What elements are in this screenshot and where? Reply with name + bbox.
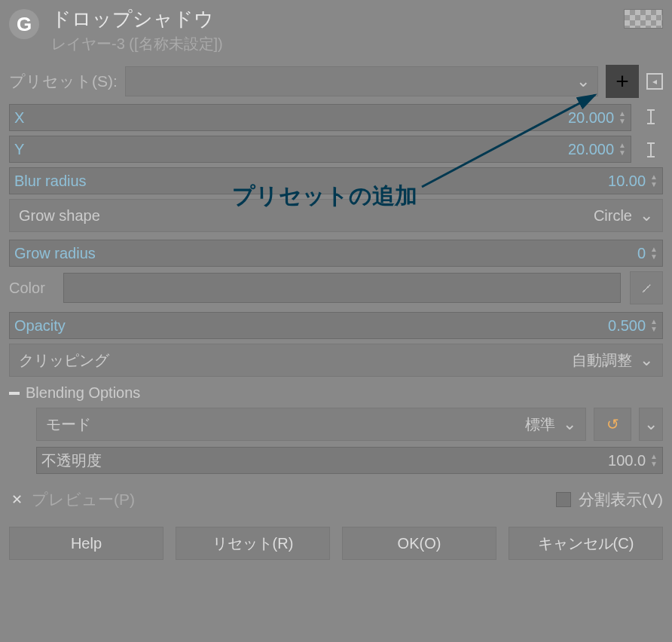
help-button[interactable]: Help: [9, 527, 163, 560]
blend-opacity-label: 不透明度: [41, 451, 102, 471]
blending-title: Blending Options: [26, 384, 140, 402]
blur-value: 10.00: [87, 173, 650, 190]
cancel-button[interactable]: キャンセル(C): [509, 527, 663, 560]
spinner-icon[interactable]: ▲▼: [650, 454, 658, 467]
x-value: 20.000: [24, 109, 619, 127]
spinner-icon[interactable]: ▲▼: [650, 174, 658, 188]
collapse-icon: [9, 392, 20, 395]
preset-dropdown[interactable]: ⌄: [125, 66, 598, 96]
blur-label: Blur radius: [14, 173, 87, 190]
x-label: X: [14, 109, 24, 127]
mode-reset-button[interactable]: ↺: [594, 408, 631, 441]
preset-label: プリセット(S):: [9, 71, 118, 92]
clipping-value: 自動調整: [572, 350, 632, 371]
gimp-icon: G: [9, 9, 39, 39]
y-label: Y: [14, 141, 24, 158]
eyedropper-icon: ⟋: [639, 280, 654, 297]
grow-radius-value: 0: [96, 245, 650, 262]
grow-shape-label: Grow shape: [19, 207, 594, 225]
ok-button[interactable]: OK(O): [342, 527, 496, 560]
color-swatch-button[interactable]: [63, 273, 621, 303]
mode-submenu-button[interactable]: ⌄: [639, 408, 663, 441]
spinner-icon[interactable]: ▲▼: [619, 142, 626, 156]
preview-checkbox[interactable]: ✕: [9, 492, 24, 507]
spinner-icon[interactable]: ▲▼: [650, 246, 658, 260]
spinner-icon[interactable]: ▲▼: [619, 111, 626, 124]
blending-options-expander[interactable]: Blending Options: [9, 384, 663, 402]
opacity-label: Opacity: [14, 317, 66, 335]
x-input[interactable]: X 20.000 ▲▼: [9, 104, 631, 131]
chevron-down-icon: ⌄: [576, 72, 590, 91]
chevron-down-icon: ⌄: [644, 414, 658, 434]
reset-icon: ↺: [606, 415, 619, 433]
clipping-dropdown[interactable]: クリッピング 自動調整 ⌄: [9, 344, 663, 377]
blend-opacity-value: 100.0: [102, 452, 650, 469]
blend-opacity-input[interactable]: 不透明度 100.0 ▲▼: [36, 447, 663, 474]
blend-mode-dropdown[interactable]: モード 標準 ⌄: [36, 408, 586, 441]
y-value: 20.000: [24, 141, 619, 158]
chain-link-button[interactable]: [639, 104, 663, 163]
preset-menu-button[interactable]: ◂: [646, 73, 663, 90]
chevron-down-icon: ⌄: [563, 414, 576, 434]
chevron-down-icon: ⌄: [640, 206, 653, 225]
grow-shape-value: Circle: [594, 207, 632, 225]
triangle-left-icon: ◂: [652, 76, 657, 87]
spinner-icon[interactable]: ▲▼: [650, 319, 658, 332]
opacity-input[interactable]: Opacity 0.500 ▲▼: [9, 312, 663, 339]
reset-button[interactable]: リセット(R): [176, 527, 330, 560]
split-view-label: 分割表示(V): [579, 489, 663, 510]
clipping-label: クリッピング: [19, 350, 572, 371]
mode-value: 標準: [525, 414, 555, 435]
grow-shape-dropdown[interactable]: Grow shape Circle ⌄: [9, 199, 663, 232]
split-view-checkbox[interactable]: [556, 492, 571, 507]
dialog-header: G ドロップシャドウ レイヤー-3 ([名称未設定]): [0, 0, 672, 59]
grow-radius-input[interactable]: Grow radius 0 ▲▼: [9, 240, 663, 267]
opacity-value: 0.500: [66, 317, 650, 335]
dialog-title: ドロップシャドウ: [51, 6, 624, 32]
plus-icon: +: [615, 69, 629, 94]
blur-radius-input[interactable]: Blur radius 10.00 ▲▼: [9, 167, 663, 194]
color-label: Color: [9, 280, 54, 297]
grow-radius-label: Grow radius: [14, 245, 96, 262]
transparency-checker-icon: [624, 9, 663, 29]
chevron-down-icon: ⌄: [640, 350, 653, 370]
add-preset-button[interactable]: +: [606, 65, 639, 98]
y-input[interactable]: Y 20.000 ▲▼: [9, 136, 631, 163]
mode-label: モード: [46, 414, 525, 435]
layer-subtitle: レイヤー-3 ([名称未設定]): [51, 34, 624, 54]
preview-label: プレビュー(P): [32, 489, 135, 510]
eyedropper-button[interactable]: ⟋: [630, 271, 663, 304]
